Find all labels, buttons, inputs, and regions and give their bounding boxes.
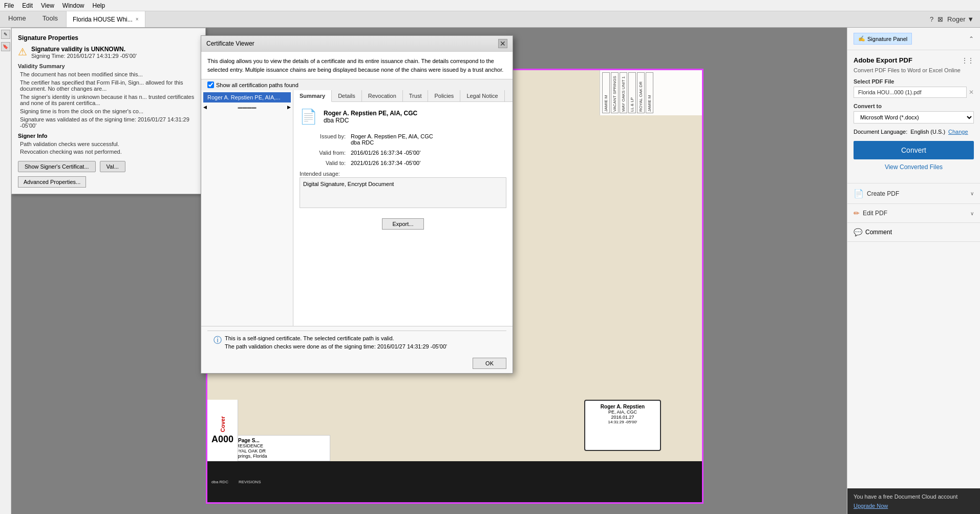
unknown-icon[interactable]: ⊠	[938, 15, 943, 23]
show-all-paths-checkbox[interactable]	[207, 81, 214, 88]
export-pdf-expand-icon[interactable]: ⋮⋮	[962, 57, 974, 64]
sig-properties-title: Signature Properties	[18, 34, 199, 42]
validate-button[interactable]: Val...	[100, 161, 125, 172]
right-panel-header: ✍ Signature Panel ⌃	[847, 28, 980, 50]
edit-pdf-icon: ✏	[854, 209, 860, 217]
cert-scroll-bar: ▬▬▬▬	[238, 105, 257, 110]
tab-trust[interactable]: Trust	[403, 90, 429, 101]
tab-revocation[interactable]: Revocation	[362, 90, 403, 101]
cert-left-panel: Roger A. Repstien PE, AIA,... ◀ ▬▬▬▬ ▶	[201, 90, 293, 326]
signature-panel-button[interactable]: ✍ Signature Panel	[854, 33, 912, 45]
cert-dialog-titlebar: Certificate Viewer ✕	[201, 36, 513, 52]
cert-nav-right[interactable]: ▶	[287, 105, 291, 110]
user-name[interactable]: Roger ▼	[947, 15, 974, 23]
tab-document[interactable]: Florida HOUSE Whi... ×	[66, 11, 145, 27]
convert-to-row: Convert to Microsoft Word (*.docx)	[854, 103, 974, 124]
sig-panel-label: Signature Panel	[867, 36, 907, 42]
document-language-row: Document Language: English (U.S.) Change	[854, 129, 974, 135]
cert-self-signed-notice: ⓘ This is a self-signed certificate. The…	[207, 331, 506, 354]
edit-pdf-section: ✏ Edit PDF ∨	[847, 204, 980, 223]
sig-validity-text: Signature validity is UNKNOWN. Signing T…	[31, 46, 137, 59]
pdf-area: JAMIE M VACANT SPRINGS WAY OAKS UNIT 1 L…	[11, 28, 847, 514]
cert-intended-usage-label: Intended usage:	[300, 171, 340, 177]
validity-item-4: Signature was validated as of the signin…	[18, 116, 199, 129]
selected-file-name: Florida HOU...000 (1).pdf	[854, 87, 967, 98]
sidebar-icon-1[interactable]: ✎	[1, 30, 10, 39]
file-select-row: Florida HOU...000 (1).pdf ✕	[854, 87, 974, 98]
create-pdf-label: 📄 Create PDF	[854, 189, 899, 198]
collapse-icon[interactable]: ⌃	[969, 35, 974, 43]
export-pdf-subtitle: Convert PDF Files to Word or Excel Onlin…	[854, 67, 974, 73]
cloud-notice-text: You have a free Document Cloud account	[854, 494, 974, 500]
sidebar-icon-2[interactable]: 🔖	[1, 42, 10, 51]
convert-button[interactable]: Convert	[854, 141, 974, 159]
comment-text[interactable]: Comment	[865, 229, 892, 236]
sig-validity-row: ⚠ Signature validity is UNKNOWN. Signing…	[18, 46, 199, 59]
signer-info-1: Revocation checking was not performed.	[18, 149, 199, 155]
edit-pdf-chevron[interactable]: ∨	[970, 211, 974, 216]
tab-home[interactable]: Home	[0, 11, 34, 27]
create-pdf-chevron[interactable]: ∨	[970, 191, 974, 196]
validity-summary-title: Validity Summary	[18, 63, 199, 69]
cert-valid-to-row: Valid to: 2021/01/26 16:37:34 -05'00'	[300, 160, 506, 166]
create-pdf-text[interactable]: Create PDF	[867, 190, 899, 197]
tab-details[interactable]: Details	[332, 90, 362, 101]
sig-action-buttons: Show Signer's Certificat... Val...	[18, 161, 199, 172]
menu-help[interactable]: Help	[93, 2, 105, 9]
cert-header: 📄 Roger A. Repstien PE, AIA, CGC dba RDC	[300, 108, 506, 125]
cert-nav-left[interactable]: ◀	[203, 105, 207, 110]
export-pdf-title-row: Adobe Export PDF ⋮⋮	[854, 56, 974, 64]
tab-close-button[interactable]: ×	[136, 16, 139, 22]
tab-policies[interactable]: Policies	[428, 90, 460, 101]
sig-panel-icon: ✍	[858, 35, 865, 42]
warning-icon: ⚠	[18, 46, 27, 58]
sig-signing-time: Signing Time: 2016/01/27 14:31:29 -05'00…	[31, 53, 137, 59]
export-pdf-title: Adobe Export PDF	[854, 56, 912, 64]
select-pdf-label: Select PDF File	[854, 78, 974, 85]
cert-name-item[interactable]: Roger A. Repstien PE, AIA,...	[203, 92, 291, 102]
file-clear-button[interactable]: ✕	[969, 89, 974, 96]
create-pdf-icon: 📄	[854, 189, 864, 198]
doc-lang-label: Document Language:	[854, 129, 907, 135]
sig-validity-title: Signature validity is UNKNOWN.	[31, 46, 137, 53]
cert-valid-to-value: 2021/01/26 16:37:34 -05'00'	[351, 160, 420, 166]
tab-summary[interactable]: Summary	[293, 90, 332, 102]
validity-item-1: The certifier has specified that Form Fi…	[18, 79, 199, 92]
view-converted-files-link[interactable]: View Converted Files	[854, 163, 974, 171]
change-language-link[interactable]: Change	[948, 129, 968, 135]
tab-tools[interactable]: Tools	[34, 11, 66, 27]
cert-summary-content: 📄 Roger A. Repstien PE, AIA, CGC dba RDC…	[293, 102, 513, 326]
menu-file[interactable]: File	[4, 2, 14, 9]
cert-export-button[interactable]: Export...	[382, 218, 424, 230]
cert-valid-to-label: Valid to:	[300, 160, 346, 166]
cert-bottom: ⓘ This is a self-signed certificate. The…	[201, 326, 513, 373]
convert-to-select[interactable]: Microsoft Word (*.docx)	[854, 111, 974, 124]
sig-bottom-buttons: Advanced Properties...	[18, 176, 199, 188]
advanced-properties-button[interactable]: Advanced Properties...	[18, 176, 86, 188]
upgrade-now-link[interactable]: Upgrade Now	[854, 503, 888, 509]
edit-pdf-text[interactable]: Edit PDF	[863, 210, 887, 217]
certificate-viewer-dialog: Certificate Viewer ✕ This dialog allows …	[201, 35, 513, 374]
menu-window[interactable]: Window	[62, 2, 84, 9]
cert-issued-by-label: Issued by:	[300, 133, 346, 146]
cert-tabs: Summary Details Revocation Trust Policie…	[293, 90, 513, 102]
show-signer-cert-button[interactable]: Show Signer's Certificat...	[18, 161, 96, 172]
cert-issued-by-value: Roger A. Repstien PE, AIA, CGC dba RDC	[351, 133, 433, 146]
cert-subject-name: Roger A. Repstien PE, AIA, CGC	[324, 110, 417, 117]
cert-body: Roger A. Repstien PE, AIA,... ◀ ▬▬▬▬ ▶ S…	[201, 90, 513, 326]
cert-document-icon: 📄	[300, 108, 317, 125]
edit-pdf-label: ✏ Edit PDF	[854, 209, 887, 217]
comment-section: 💬 Comment	[847, 223, 980, 242]
cert-info-text: This dialog allows you to view the detai…	[201, 52, 513, 79]
info-icon: ⓘ	[214, 335, 222, 346]
create-pdf-row: 📄 Create PDF ∨	[854, 189, 974, 198]
help-icon[interactable]: ?	[930, 15, 933, 23]
cert-ok-row: OK	[207, 358, 506, 369]
tab-legal-notice[interactable]: Legal Notice	[460, 90, 504, 101]
signing-time-label: Signing Time:	[31, 53, 67, 59]
menu-view[interactable]: View	[41, 2, 54, 9]
cert-subject-name2: dba RDC	[324, 117, 417, 124]
cert-ok-button[interactable]: OK	[473, 358, 506, 369]
menu-edit[interactable]: Edit	[22, 2, 33, 9]
cert-dialog-close-button[interactable]: ✕	[498, 39, 507, 48]
